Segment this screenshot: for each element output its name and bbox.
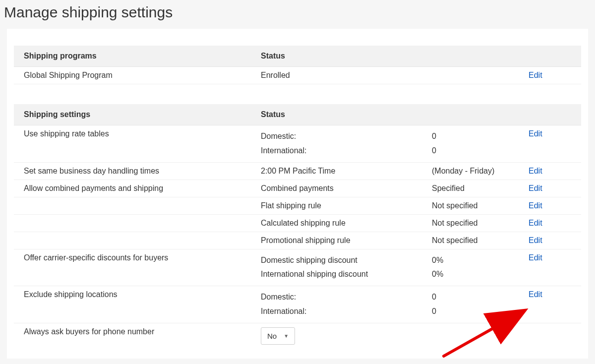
table-row: Use shipping rate tables Domestic: Inter…	[14, 125, 581, 163]
row-value-line: 0	[432, 290, 529, 304]
row-name: Always ask buyers for phone number	[24, 327, 261, 336]
row-name: Set same business day handling times	[24, 167, 261, 176]
row-status-line: International:	[261, 304, 432, 319]
header-status: Status	[261, 52, 432, 61]
row-value-line: 0	[432, 129, 529, 144]
header-name: Shipping programs	[24, 52, 261, 61]
edit-button[interactable]: Edit	[529, 290, 542, 299]
shipping-settings-header: Shipping settings Status	[14, 104, 581, 125]
row-status: 2:00 PM Pacific Time	[261, 167, 432, 176]
edit-button[interactable]: Edit	[529, 236, 542, 244]
row-name: Exclude shipping locations	[24, 290, 261, 299]
edit-button[interactable]: Edit	[529, 201, 542, 210]
row-status-line: Combined payments	[261, 184, 432, 193]
row-value-line: Not specified	[432, 201, 529, 210]
row-status-line: Domestic:	[261, 290, 432, 304]
row-status-line: International:	[261, 144, 432, 158]
row-status-line: Flat shipping rule	[261, 201, 432, 210]
table-row: Offer carrier-specific discounts for buy…	[14, 249, 581, 287]
edit-button[interactable]: Edit	[529, 184, 542, 192]
row-value-line: 0%	[432, 253, 529, 268]
row-value-line: Not specified	[432, 219, 529, 228]
row-name: Allow combined payments and shipping	[24, 184, 261, 193]
shipping-settings-section: Shipping settings Status Use shipping ra…	[14, 104, 581, 349]
row-status-line: Calculated shipping rule	[261, 219, 432, 228]
settings-card: Shipping programs Status Global Shipping…	[7, 29, 588, 359]
row-status-line: International shipping discount	[261, 267, 432, 282]
edit-button[interactable]: Edit	[529, 219, 542, 227]
table-row: Flat shipping rule Not specified Edit	[14, 197, 581, 215]
table-row: Global Shipping Program Enrolled Edit	[14, 67, 581, 84]
table-row: Calculated shipping rule Not specified E…	[14, 215, 581, 232]
row-status-line: Promotional shipping rule	[261, 236, 432, 245]
chevron-down-icon: ▼	[284, 333, 289, 339]
select-value: No	[267, 332, 277, 340]
table-row: Promotional shipping rule Not specified …	[14, 232, 581, 249]
row-name: Offer carrier-specific discounts for buy…	[24, 253, 261, 262]
edit-button[interactable]: Edit	[529, 129, 542, 138]
table-row: Exclude shipping locations Domestic: Int…	[14, 286, 581, 323]
shipping-programs-header: Shipping programs Status	[14, 46, 581, 67]
row-value-line: Not specified	[432, 236, 529, 245]
edit-button[interactable]: Edit	[529, 167, 542, 175]
edit-button[interactable]: Edit	[529, 253, 542, 262]
row-value-line: Specified	[432, 184, 529, 193]
row-status-line: Domestic shipping discount	[261, 253, 432, 268]
row-value-line: 0	[432, 144, 529, 158]
row-status: Enrolled	[261, 71, 432, 80]
row-value-line: 0	[432, 304, 529, 319]
row-status-line: Domestic:	[261, 129, 432, 144]
row-name: Use shipping rate tables	[24, 129, 261, 138]
shipping-programs-section: Shipping programs Status Global Shipping…	[14, 46, 581, 84]
edit-button[interactable]: Edit	[529, 71, 542, 79]
row-value: (Monday - Friday)	[432, 167, 529, 176]
row-value-line: 0%	[432, 267, 529, 282]
header-status: Status	[261, 110, 432, 119]
page-title: Manage shipping settings	[0, 0, 595, 29]
row-name: Global Shipping Program	[24, 71, 261, 80]
table-row: Allow combined payments and shipping Com…	[14, 180, 581, 197]
phone-select[interactable]: No ▼	[261, 327, 295, 345]
header-name: Shipping settings	[24, 110, 261, 119]
table-row: Always ask buyers for phone number No ▼	[14, 323, 581, 349]
table-row: Set same business day handling times 2:0…	[14, 163, 581, 180]
